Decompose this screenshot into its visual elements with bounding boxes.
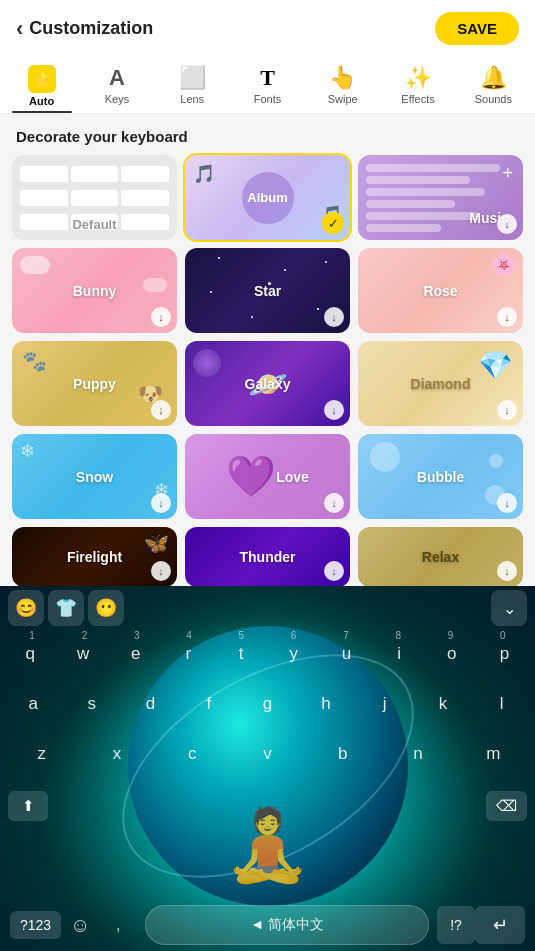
key-6[interactable]: 6 — [272, 630, 316, 641]
key-g[interactable]: g — [245, 694, 289, 714]
key-t[interactable]: t — [219, 644, 263, 664]
theme-card-thunder[interactable]: Thunder ↓ — [185, 527, 350, 587]
theme-card-puppy[interactable]: 🐾 🐶 Puppy ↓ — [12, 341, 177, 426]
key-l[interactable]: l — [480, 694, 524, 714]
key-e[interactable]: e — [114, 644, 158, 664]
backspace-key[interactable]: ⌫ — [486, 791, 527, 821]
key-p[interactable]: p — [483, 644, 527, 664]
key-q[interactable]: q — [8, 644, 52, 664]
theme-name-star: Star — [254, 283, 281, 299]
key-c[interactable]: c — [170, 744, 214, 764]
download-badge-galaxy: ↓ — [324, 400, 344, 420]
theme-card-default[interactable]: Default — [12, 155, 177, 240]
download-badge-relax: ↓ — [497, 561, 517, 581]
num-toggle-key[interactable]: ?123 — [10, 911, 61, 939]
sticker-button[interactable]: 👕 — [48, 590, 84, 626]
key-2[interactable]: 2 — [62, 630, 106, 641]
theme-card-rose[interactable]: 🌸 Rose ↓ — [358, 248, 523, 333]
tab-auto[interactable]: ⭐ Auto — [4, 57, 79, 113]
back-button[interactable]: ‹ Customization — [16, 16, 153, 42]
theme-card-love[interactable]: 💜 Love ↓ — [185, 434, 350, 519]
emoji-panel-button[interactable]: 😊 — [8, 590, 44, 626]
key-3[interactable]: 3 — [115, 630, 159, 641]
collapse-button[interactable]: ⌄ — [491, 590, 527, 626]
section-title: Decorate your keyboard — [0, 114, 535, 155]
tab-swipe-icon: 👆 — [329, 65, 356, 91]
tab-keys-label: Keys — [105, 93, 129, 105]
period-key[interactable]: !? — [437, 906, 475, 944]
key-4[interactable]: 4 — [167, 630, 211, 641]
tab-effects-label: Effects — [401, 93, 434, 105]
theme-card-firelight[interactable]: 🦋 Firelight ↓ — [12, 527, 177, 587]
key-a[interactable]: a — [11, 694, 55, 714]
tab-keys[interactable]: A Keys — [79, 57, 154, 113]
key-0[interactable]: 0 — [481, 630, 525, 641]
auto-star-icon: ⭐ — [28, 65, 56, 93]
theme-name-diamond: Diamond — [411, 376, 471, 392]
page-title: Customization — [29, 18, 153, 39]
gif-button[interactable]: 😶 — [88, 590, 124, 626]
key-x[interactable]: x — [95, 744, 139, 764]
key-y[interactable]: y — [272, 644, 316, 664]
theme-card-bunny[interactable]: Bunny ↓ — [12, 248, 177, 333]
tab-fonts[interactable]: T Fonts — [230, 57, 305, 113]
space-key[interactable]: ◄ 简体中文 — [145, 905, 429, 945]
key-i[interactable]: i — [377, 644, 421, 664]
theme-card-album[interactable]: 🎵 Album 🎵 ✓ — [185, 155, 350, 240]
key-8[interactable]: 8 — [376, 630, 420, 641]
theme-name-bubble: Bubble — [417, 469, 464, 485]
tab-auto-label: Auto — [29, 95, 54, 107]
key-v[interactable]: v — [245, 744, 289, 764]
emoji-key[interactable]: ☺ — [61, 906, 99, 944]
tab-lens[interactable]: ⬜ Lens — [155, 57, 230, 113]
theme-name-thunder: Thunder — [240, 549, 296, 565]
keyboard-row3: z x c v b n m — [0, 744, 535, 764]
key-n[interactable]: n — [396, 744, 440, 764]
tab-keys-icon: A — [109, 65, 125, 91]
theme-card-bubble[interactable]: Bubble ↓ — [358, 434, 523, 519]
theme-card-relax[interactable]: Relax ↓ — [358, 527, 523, 587]
diamond-icon: 💎 — [478, 349, 513, 382]
theme-card-diamond[interactable]: 💎 Diamond ↓ — [358, 341, 523, 426]
tab-swipe[interactable]: 👆 Swipe — [305, 57, 380, 113]
bubble1 — [370, 442, 400, 472]
key-h[interactable]: h — [304, 694, 348, 714]
tab-lens-icon: ⬜ — [179, 65, 206, 91]
download-badge-love: ↓ — [324, 493, 344, 513]
tab-sounds-label: Sounds — [475, 93, 512, 105]
key-o[interactable]: o — [430, 644, 474, 664]
tab-swipe-label: Swipe — [328, 93, 358, 105]
key-s[interactable]: s — [70, 694, 114, 714]
key-5[interactable]: 5 — [219, 630, 263, 641]
tab-sounds-icon: 🔔 — [480, 65, 507, 91]
key-k[interactable]: k — [421, 694, 465, 714]
comma-key[interactable]: , — [99, 906, 137, 944]
key-b[interactable]: b — [321, 744, 365, 764]
theme-name-relax: Relax — [422, 549, 459, 565]
key-u[interactable]: u — [324, 644, 368, 664]
tab-fonts-icon: T — [260, 65, 275, 91]
key-d[interactable]: d — [128, 694, 172, 714]
key-r[interactable]: r — [166, 644, 210, 664]
key-m[interactable]: m — [471, 744, 515, 764]
key-1[interactable]: 1 — [10, 630, 54, 641]
tab-sounds[interactable]: 🔔 Sounds — [456, 57, 531, 113]
theme-card-star[interactable]: Star ↓ — [185, 248, 350, 333]
shift-key[interactable]: ⬆ — [8, 791, 48, 821]
theme-card-music[interactable]: + Music ↓ — [358, 155, 523, 240]
key-j[interactable]: j — [363, 694, 407, 714]
bubble3 — [489, 454, 503, 468]
theme-card-galaxy[interactable]: 🪐 Galaxy ↓ — [185, 341, 350, 426]
key-9[interactable]: 9 — [429, 630, 473, 641]
theme-card-snow[interactable]: ❄ ❄ Snow ↓ — [12, 434, 177, 519]
tab-effects[interactable]: ✨ Effects — [380, 57, 455, 113]
key-z[interactable]: z — [20, 744, 64, 764]
theme-name-snow: Snow — [76, 469, 113, 485]
key-w[interactable]: w — [61, 644, 105, 664]
theme-name-puppy: Puppy — [73, 376, 116, 392]
save-button[interactable]: SAVE — [435, 12, 519, 45]
return-key[interactable]: ↵ — [475, 906, 525, 944]
keyboard-number-row: 1 2 3 4 5 6 7 8 9 0 — [0, 630, 535, 641]
key-f[interactable]: f — [187, 694, 231, 714]
key-7[interactable]: 7 — [324, 630, 368, 641]
